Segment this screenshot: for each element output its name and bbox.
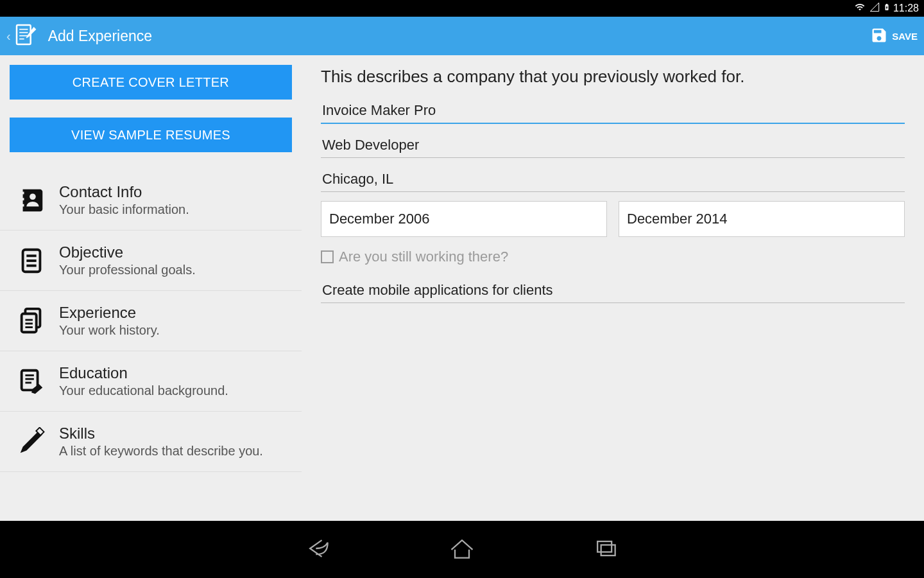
svg-point-8 <box>30 193 36 200</box>
still-working-row: Are you still working there? <box>321 249 905 265</box>
sidebar: CREATE COVER LETTER VIEW SAMPLE RESUMES … <box>0 55 302 521</box>
description-input[interactable] <box>321 278 905 303</box>
status-time: 11:28 <box>893 3 919 14</box>
end-date-field[interactable]: December 2014 <box>619 201 905 237</box>
sidebar-item-label: Education <box>59 364 228 382</box>
battery-icon <box>883 1 891 15</box>
document-icon <box>15 245 47 277</box>
sidebar-item-subtitle: Your basic information. <box>59 202 189 217</box>
pencil-icon <box>15 426 47 458</box>
form-heading: This describes a company that you previo… <box>321 67 905 87</box>
save-button[interactable]: SAVE <box>870 26 918 46</box>
page-title: Add Experience <box>48 28 871 45</box>
main-form: This describes a company that you previo… <box>302 55 924 521</box>
sidebar-item-label: Objective <box>59 243 196 261</box>
signal-icon <box>869 2 880 15</box>
svg-rect-5 <box>21 191 24 194</box>
view-sample-resumes-button[interactable]: VIEW SAMPLE RESUMES <box>10 118 292 152</box>
sidebar-item-experience[interactable]: Experience Your work history. <box>0 291 302 351</box>
sidebar-item-label: Experience <box>59 304 160 322</box>
sidebar-item-subtitle: Your educational background. <box>59 383 228 398</box>
android-status-bar: 11:28 <box>0 0 924 17</box>
svg-rect-6 <box>21 198 24 200</box>
sidebar-item-subtitle: Your professional goals. <box>59 263 196 277</box>
home-nav-icon[interactable] <box>448 534 476 565</box>
position-input[interactable] <box>321 133 905 158</box>
sidebar-item-subtitle: A list of keywords that describe you. <box>59 444 263 459</box>
recents-nav-icon[interactable] <box>592 534 620 565</box>
sidebar-item-contact-info[interactable]: Contact Info Your basic information. <box>0 170 302 231</box>
document-edit-icon <box>15 365 47 398</box>
contact-book-icon <box>15 184 47 216</box>
wifi-icon <box>853 2 866 15</box>
still-working-checkbox[interactable] <box>321 250 334 263</box>
save-label: SAVE <box>892 31 918 42</box>
svg-rect-23 <box>597 541 612 552</box>
sidebar-item-label: Skills <box>59 425 263 442</box>
svg-rect-24 <box>601 545 615 556</box>
start-date-field[interactable]: December 2006 <box>321 201 607 237</box>
sidebar-item-subtitle: Your work history. <box>59 323 160 338</box>
documents-stack-icon <box>15 305 47 337</box>
edit-page-icon[interactable] <box>13 22 39 50</box>
back-nav-icon[interactable] <box>304 534 332 565</box>
action-bar: ‹ Add Experience SAVE <box>0 17 924 55</box>
company-input[interactable] <box>321 98 905 124</box>
sidebar-item-education[interactable]: Education Your educational background. <box>0 351 302 412</box>
svg-rect-7 <box>21 204 24 206</box>
sidebar-item-skills[interactable]: Skills A list of keywords that describe … <box>0 412 302 472</box>
location-input[interactable] <box>321 167 905 192</box>
sidebar-item-objective[interactable]: Objective Your professional goals. <box>0 231 302 291</box>
still-working-label: Are you still working there? <box>339 249 508 265</box>
create-cover-letter-button[interactable]: CREATE COVER LETTER <box>10 65 292 100</box>
content-area: CREATE COVER LETTER VIEW SAMPLE RESUMES … <box>0 55 924 521</box>
save-disk-icon <box>870 26 888 46</box>
android-nav-bar <box>0 521 924 578</box>
back-chevron-icon[interactable]: ‹ <box>6 29 11 44</box>
sidebar-item-label: Contact Info <box>59 183 189 201</box>
